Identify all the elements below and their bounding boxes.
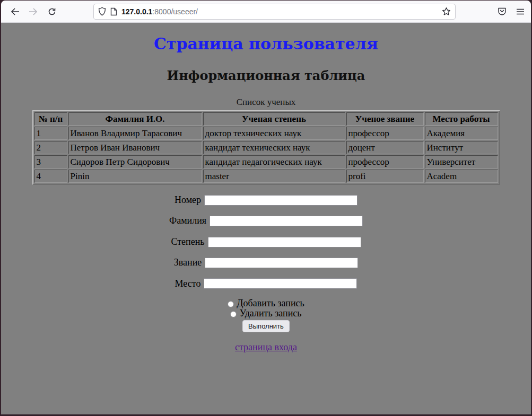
surname-label: Фамилия [169, 216, 206, 226]
cell-number: 4 [34, 170, 67, 183]
back-arrow-icon [11, 8, 20, 15]
col-header-workplace: Место работы [425, 112, 498, 126]
login-page-link[interactable]: страница входа [235, 342, 297, 352]
cell-workplace: Academ [425, 170, 498, 183]
bookmark-star-icon[interactable] [442, 7, 451, 16]
url-path: :8000/useeer/ [152, 7, 198, 16]
cell-title: доцент [346, 141, 424, 154]
number-label: Номер [175, 194, 201, 205]
cell-workplace: Университет [425, 155, 498, 169]
place-input[interactable] [204, 278, 357, 289]
pocket-icon[interactable] [498, 7, 507, 16]
col-header-degree: Ученая степень [203, 112, 345, 126]
back-button[interactable] [7, 4, 22, 19]
reload-button[interactable] [45, 4, 59, 19]
radio-row-add: Добавить запись [1, 298, 531, 308]
cell-workplace: Институт [425, 141, 498, 154]
form-row-title: Звание [1, 256, 531, 268]
table-caption: Список ученых [32, 97, 500, 110]
table-header-row: № п/п Фамилия И.О. Ученая степень Ученое… [34, 112, 498, 126]
page-title: Страница пользователя [1, 34, 531, 53]
table-row: 4 Pinin master profi Academ [34, 170, 498, 183]
table-row: 1 Иванов Владимир Тарасович доктор техни… [34, 127, 498, 140]
toolbar-right-icons [498, 7, 525, 16]
cell-number: 2 [34, 141, 67, 154]
place-label: Место [175, 278, 201, 289]
link-row: страница входа [1, 342, 531, 353]
table-row: 3 Сидоров Петр Сидорович кандидат педаго… [34, 155, 498, 169]
cell-surname: Сидоров Петр Сидорович [68, 155, 202, 169]
add-record-radio[interactable] [228, 301, 234, 307]
radio-row-delete: Удалить запись [1, 308, 531, 318]
page-content: Страница пользователя Информационная таб… [1, 23, 531, 414]
cell-degree: master [203, 170, 345, 183]
title-input[interactable] [205, 258, 358, 268]
form-row-degree: Степень [1, 236, 531, 247]
cell-surname: Pinin [68, 170, 202, 183]
degree-label: Степень [171, 236, 204, 247]
cell-degree: кандидат технических наук [203, 141, 345, 154]
cell-degree: кандидат педагогических наук [203, 155, 345, 169]
reload-icon [48, 7, 56, 16]
cell-title: profi [346, 170, 424, 183]
form-row-surname: Фамилия [1, 215, 531, 226]
cell-title: профессор [346, 155, 424, 169]
cell-title: профессор [346, 127, 424, 140]
browser-window: 127.0.0.1:8000/useeer/ Страница п [1, 1, 531, 414]
col-header-surname: Фамилия И.О. [68, 112, 202, 126]
cell-number: 3 [34, 155, 67, 169]
delete-record-label: Удалить запись [239, 308, 301, 318]
url-text[interactable]: 127.0.0.1:8000/useeer/ [121, 7, 442, 16]
url-bar[interactable]: 127.0.0.1:8000/useeer/ [93, 4, 456, 20]
url-host: 127.0.0.1 [121, 7, 152, 16]
browser-toolbar: 127.0.0.1:8000/useeer/ [1, 1, 531, 23]
page-subtitle: Информационная таблица [1, 68, 531, 83]
table-row: 2 Петров Иван Иванович кандидат техничес… [34, 141, 498, 154]
cell-workplace: Академия [425, 127, 498, 140]
title-label: Звание [174, 258, 202, 268]
number-input[interactable] [204, 195, 357, 206]
cell-degree: доктор технических наук [203, 127, 345, 140]
degree-input[interactable] [208, 237, 361, 247]
cell-number: 1 [34, 127, 67, 140]
surname-input[interactable] [210, 216, 363, 226]
forward-arrow-icon [29, 8, 38, 15]
delete-record-radio[interactable] [230, 311, 237, 317]
page-info-icon[interactable] [110, 7, 117, 16]
form-row-place: Место [1, 278, 531, 289]
col-header-title: Ученое звание [346, 112, 424, 126]
scientists-table: Список ученых № п/п Фамилия И.О. Ученая … [32, 97, 500, 185]
cell-surname: Иванов Владимир Тарасович [68, 127, 202, 140]
forward-button[interactable] [25, 4, 40, 19]
col-header-number: № п/п [34, 112, 67, 126]
cell-surname: Петров Иван Иванович [68, 141, 202, 154]
tracking-shield-icon[interactable] [98, 7, 106, 16]
button-row: Выполнить [1, 320, 531, 332]
execute-button[interactable]: Выполнить [242, 320, 290, 332]
add-record-label: Добавить запись [237, 298, 304, 308]
menu-hamburger-icon[interactable] [516, 8, 525, 15]
form-row-number: Номер [1, 194, 531, 206]
